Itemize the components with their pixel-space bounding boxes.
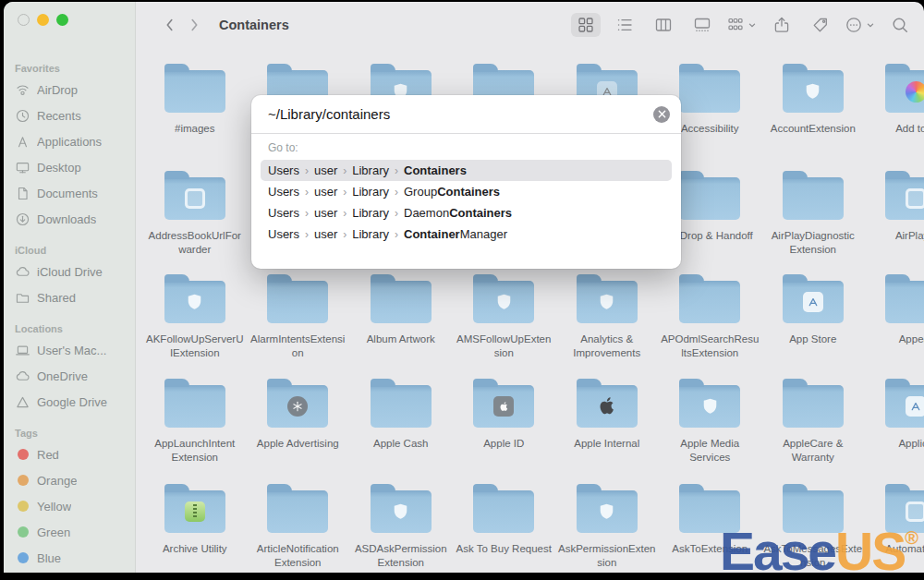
- go-to-suggestion[interactable]: Users›user›Library›Containers: [261, 160, 672, 181]
- folder-item-apodmlsearchresultsextension[interactable]: APOdmlSearchResultsExtension: [659, 272, 762, 360]
- folder-icon: [267, 490, 328, 533]
- shield-emblem-icon: [595, 501, 618, 524]
- sidebar-item-label: Yellow: [37, 500, 71, 514]
- folder-item-asdaskpermissionextension[interactable]: ASDAskPermissionExtension: [349, 481, 453, 570]
- tag-dot-icon: [15, 447, 30, 463]
- sidebar-item-green[interactable]: Green: [4, 519, 135, 545]
- folder-item-apple-id[interactable]: Apple ID: [453, 376, 556, 465]
- folder-item-articlenotification-extension[interactable]: ArticleNotification Extension: [247, 481, 350, 570]
- folder-item-askpermissionextension[interactable]: AskPermissionExtension: [555, 481, 659, 570]
- chevron-right-icon: [186, 17, 202, 33]
- clear-input-button[interactable]: [653, 106, 670, 123]
- tag-dot-icon: [15, 473, 30, 489]
- folder-icon: [577, 385, 638, 428]
- folder-icon: [164, 281, 225, 323]
- folder-grid-row: AppLaunchIntent ExtensionApple Advertisi…: [143, 376, 924, 465]
- group-by-button[interactable]: [726, 16, 758, 34]
- go-to-folder-dialog: Go to: Users›user›Library›ContainersUser…: [251, 95, 681, 269]
- folder-item-app-store[interactable]: App Store: [761, 272, 865, 360]
- column-view-button[interactable]: [649, 13, 678, 37]
- sidebar-item-orange[interactable]: Orange: [4, 467, 135, 493]
- sidebar-item-label: Documents: [37, 187, 98, 200]
- recents-clock-icon: [15, 108, 30, 124]
- folder-icon: [371, 490, 432, 533]
- sidebar-item-documents[interactable]: Documents: [4, 180, 135, 206]
- column-view-icon: [654, 16, 673, 34]
- sidebar: FavoritesAirDropRecentsApplicationsDeskt…: [4, 2, 136, 573]
- folder-item-analytics-improvements[interactable]: Analytics & Improvements: [555, 272, 659, 360]
- folder-item-applaunchintent-extension[interactable]: AppLaunchIntent Extension: [143, 376, 247, 465]
- zoom-window-button[interactable]: [56, 14, 68, 26]
- share-button[interactable]: [767, 13, 796, 37]
- sidebar-item-recents[interactable]: Recents: [4, 103, 135, 128]
- app-store-emblem-icon: [906, 396, 924, 417]
- sidebar-item-red[interactable]: Red: [4, 441, 135, 467]
- folder-label: Add to P: [895, 122, 924, 136]
- folder-icon: [473, 385, 534, 428]
- downloads-icon: [15, 211, 30, 227]
- back-button[interactable]: [158, 13, 182, 37]
- folder-item-applecare-warranty[interactable]: AppleCare & Warranty: [761, 376, 865, 465]
- folder-label: App Store: [789, 332, 836, 346]
- folder-icon: [783, 70, 844, 113]
- sidebar-item-icloud-drive[interactable]: iCloud Drive: [4, 259, 135, 284]
- forward-button[interactable]: [182, 13, 206, 37]
- folder-item-akfollowupserveruiextension[interactable]: AKFollowUpServerUIExtension: [143, 272, 247, 360]
- folder-label: #images: [175, 122, 214, 136]
- grid-view-button[interactable]: [571, 13, 601, 37]
- sidebar-item-downloads[interactable]: Downloads: [4, 206, 135, 232]
- folder-item-amsfollowupextension[interactable]: AMSFollowUpExtension: [453, 272, 556, 360]
- sidebar-item-airdrop[interactable]: AirDrop: [4, 77, 135, 103]
- sidebar-item-user-s-mac[interactable]: User's Mac...: [4, 337, 135, 363]
- sidebar-item-shared[interactable]: Shared: [4, 284, 135, 310]
- path-input[interactable]: [266, 105, 653, 123]
- folder-item-apple-media-services[interactable]: Apple Media Services: [659, 376, 762, 465]
- suggestion-list: Users›user›Library›ContainersUsers›user›…: [261, 160, 672, 245]
- folder-item-ask-to-buy-request[interactable]: Ask To Buy Request: [453, 481, 556, 570]
- folder-item-addressbookurlforwarder[interactable]: AddressBookUrlForwarder: [143, 168, 247, 257]
- folder-item-appear[interactable]: Appear: [865, 272, 924, 360]
- folder-item-alarmintentsextension[interactable]: AlarmIntentsExtension: [247, 272, 350, 360]
- folder-item-airplayu[interactable]: AirPlayU: [865, 168, 924, 257]
- traffic-lights: [18, 14, 68, 26]
- sidebar-item-yellow[interactable]: Yellow: [4, 493, 135, 519]
- folder-icon: [371, 385, 432, 428]
- sidebar-item-applications[interactable]: Applications: [4, 128, 135, 154]
- sidebar-section-header: iCloud: [15, 245, 135, 256]
- sidebar-item-blue[interactable]: Blue: [4, 545, 135, 571]
- sidebar-item-google-drive[interactable]: Google Drive: [4, 389, 135, 415]
- more-actions-button[interactable]: [845, 16, 876, 34]
- folder-icon: [473, 490, 534, 533]
- sidebar-item-label: Desktop: [37, 161, 81, 175]
- folder-item-applica[interactable]: Applica: [865, 376, 924, 465]
- close-window-button[interactable]: [18, 14, 30, 26]
- go-to-suggestion[interactable]: Users›user›Library›Daemon Containers: [261, 202, 672, 224]
- folder-item-album-artwork[interactable]: Album Artwork: [349, 272, 453, 360]
- folder-item-apple-internal[interactable]: Apple Internal: [555, 376, 659, 465]
- gallery-view-button[interactable]: [687, 13, 717, 37]
- go-to-suggestion[interactable]: Users›user›Library›ContainerManager: [261, 224, 672, 245]
- folder-item-add-to-p[interactable]: Add to P: [865, 61, 924, 136]
- app-square-emblem-icon: [906, 501, 924, 522]
- folder-icon: [783, 281, 844, 323]
- search-button[interactable]: [885, 13, 915, 37]
- folder-label: Album Artwork: [367, 332, 435, 346]
- list-view-button[interactable]: [610, 13, 639, 37]
- sidebar-item-label: Green: [37, 526, 70, 539]
- folder-icon: [267, 385, 328, 428]
- tag-dot-icon: [15, 525, 30, 540]
- folder-item-airplaydiagnostic-extension[interactable]: AirPlayDiagnostic Extension: [761, 168, 865, 257]
- folder-item-archive-utility[interactable]: Archive Utility: [143, 481, 247, 570]
- gallery-view-icon: [693, 16, 711, 34]
- folder-item-apple-advertising[interactable]: Apple Advertising: [247, 376, 350, 465]
- tags-button[interactable]: [806, 13, 835, 37]
- minimize-window-button[interactable]: [37, 14, 49, 26]
- folder-item-apple-cash[interactable]: Apple Cash: [349, 376, 453, 465]
- sidebar-item-desktop[interactable]: Desktop: [4, 154, 135, 180]
- go-to-suggestion[interactable]: Users›user›Library›Group Containers: [261, 181, 672, 202]
- folder-item-images[interactable]: #images: [143, 61, 247, 136]
- folder-item-accountextension[interactable]: AccountExtension: [761, 61, 865, 136]
- folder-label: AMSFollowUpExtension: [455, 332, 553, 360]
- tag-dot-icon: [15, 499, 30, 514]
- sidebar-item-onedrive[interactable]: OneDrive: [4, 363, 135, 389]
